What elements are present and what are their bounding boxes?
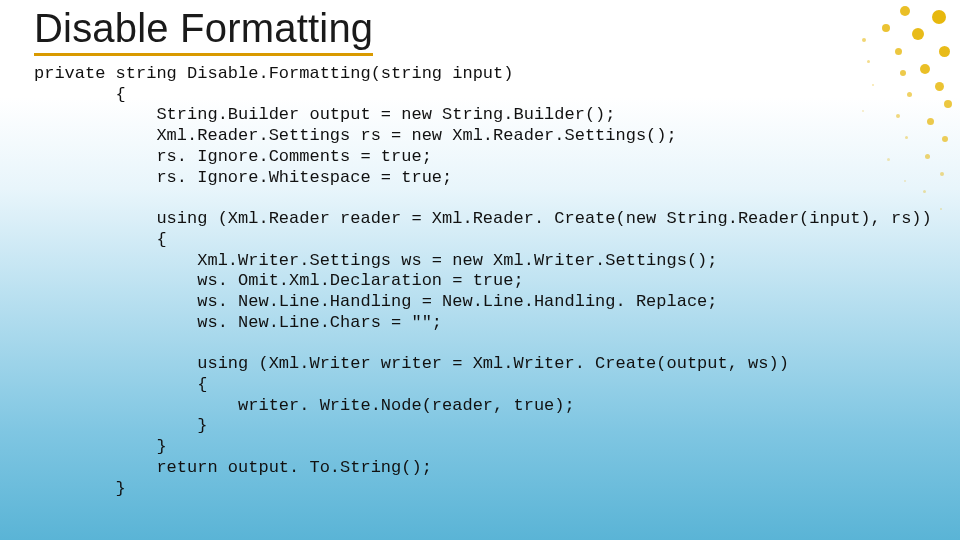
code-block: private string Disable.Formatting(string… <box>34 64 932 499</box>
slide: Disable Formatting private string Disabl… <box>0 0 960 540</box>
slide-title: Disable Formatting <box>34 6 373 56</box>
